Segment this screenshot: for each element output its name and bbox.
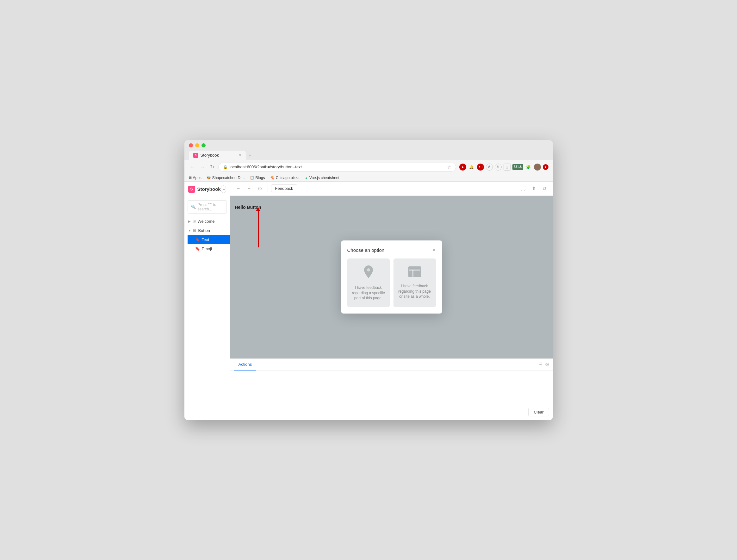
user-avatar[interactable] bbox=[534, 164, 541, 171]
toolbar-icon-red2[interactable]: ● bbox=[543, 164, 548, 170]
sidebar-item-text[interactable]: 🔖 Text bbox=[188, 235, 230, 244]
sidebar-menu-button[interactable]: ··· bbox=[221, 185, 226, 193]
toolbar-icon-counter[interactable]: 531.8 bbox=[512, 164, 523, 170]
toolbar-icon-tag[interactable]: 🏷 bbox=[477, 164, 484, 171]
bottom-tabs: Actions ⊟ ⊗ bbox=[230, 359, 553, 370]
tabs-row: S Storybook × + bbox=[189, 151, 548, 160]
bookmark-pizza-label: Chicago pizza bbox=[276, 176, 300, 180]
panel-close-icon[interactable]: ⊗ bbox=[545, 361, 549, 367]
zoom-in-button[interactable]: + bbox=[245, 184, 254, 193]
button-subnav: 🔖 Text 🔖 Emoji bbox=[184, 235, 230, 253]
bottom-content bbox=[230, 370, 553, 420]
shapecatcher-icon: 🐝 bbox=[207, 176, 211, 180]
zoom-fit-button[interactable]: ⊙ bbox=[256, 184, 265, 193]
sidebar-item-text-label: Text bbox=[202, 237, 209, 242]
modal-option-specific[interactable]: I have feedback regarding a specific par… bbox=[347, 258, 390, 307]
toolbar-separator bbox=[268, 185, 268, 192]
sidebar-item-emoji[interactable]: 🔖 Emoji bbox=[188, 244, 230, 253]
fullscreen-button[interactable]: ⛶ bbox=[519, 184, 528, 193]
bookmark-shapecatcher-label: Shapecatcher: Dr... bbox=[212, 176, 245, 180]
modal-close-button[interactable]: × bbox=[432, 247, 436, 253]
url-text: localhost:6006/?path=/story/button--text bbox=[230, 165, 445, 169]
browser-window: S Storybook × + ← → ↻ 🔒 localhost:6006/?… bbox=[184, 140, 553, 420]
button-icon: ⊞ bbox=[193, 228, 196, 233]
title-bar: S Storybook × + bbox=[184, 140, 553, 160]
svg-rect-2 bbox=[409, 267, 421, 270]
pizza-icon: 🍕 bbox=[270, 176, 275, 180]
sidebar-header: S Storybook ··· bbox=[184, 182, 230, 197]
svg-point-0 bbox=[367, 268, 370, 271]
zoom-out-button[interactable]: − bbox=[234, 184, 243, 193]
modal-header: Choose an option × bbox=[347, 247, 436, 253]
apps-icon: ⊞ bbox=[189, 176, 192, 180]
toolbar-icon-grid[interactable]: ⊞ bbox=[503, 164, 510, 171]
text-story-icon: 🔖 bbox=[195, 237, 200, 242]
clear-button[interactable]: Clear bbox=[528, 408, 549, 416]
storybook-logo-text: Storybook bbox=[197, 186, 221, 192]
search-box[interactable]: 🔍 Press "/" to search... bbox=[188, 200, 227, 214]
toolbar-icon-info[interactable]: ℹ bbox=[495, 164, 502, 171]
preview-toolbar-right: ⛶ ⬆ ⧉ bbox=[519, 184, 549, 193]
sidebar-logo: S Storybook bbox=[188, 186, 221, 193]
back-button[interactable]: ← bbox=[189, 163, 196, 171]
button-toggle-icon: ▼ bbox=[188, 229, 191, 232]
vuejs-icon: ▲ bbox=[305, 176, 308, 180]
bookmark-blogs-label: Blogs bbox=[256, 176, 265, 180]
main-content: S Storybook ··· 🔍 Press "/" to search...… bbox=[184, 182, 553, 420]
modal-option-whole[interactable]: I have feedback regarding this page or s… bbox=[393, 258, 436, 307]
toolbar-icon-puzzle[interactable]: 🧩 bbox=[525, 164, 532, 171]
page-layout-icon bbox=[408, 266, 421, 280]
traffic-lights bbox=[189, 143, 548, 147]
url-bar[interactable]: 🔒 localhost:6006/?path=/story/button--te… bbox=[218, 163, 456, 171]
forward-button[interactable]: → bbox=[199, 163, 206, 171]
sidebar-item-welcome[interactable]: ▶ ⊞ Welcome bbox=[184, 217, 230, 226]
welcome-icon: ⊞ bbox=[193, 219, 196, 223]
traffic-light-maximize[interactable] bbox=[202, 143, 206, 147]
expand-button[interactable]: ⧉ bbox=[540, 184, 549, 193]
modal-overlay: Choose an option × bbox=[230, 196, 553, 358]
modal-title: Choose an option bbox=[347, 247, 384, 253]
preview-area: − + ⊙ Feedback ⛶ ⬆ ⧉ Hello Button bbox=[230, 182, 553, 420]
location-pin-icon bbox=[363, 265, 374, 281]
tab-title: Storybook bbox=[201, 153, 219, 158]
toolbar-icon-bell[interactable]: 🔔 bbox=[468, 164, 475, 171]
reload-button[interactable]: ↻ bbox=[209, 163, 215, 171]
tab-favicon: S bbox=[193, 153, 198, 158]
sidebar-item-button[interactable]: ▼ ⊞ Button bbox=[184, 226, 230, 235]
search-placeholder: Press "/" to search... bbox=[198, 202, 223, 211]
sidebar-item-welcome-label: Welcome bbox=[198, 219, 215, 224]
browser-tab-storybook[interactable]: S Storybook × bbox=[189, 151, 246, 160]
bookmark-chicago-pizza[interactable]: 🍕 Chicago pizza bbox=[270, 176, 300, 180]
address-bar: ← → ↻ 🔒 localhost:6006/?path=/story/butt… bbox=[184, 160, 553, 174]
bookmarks-bar: ⊞ Apps 🐝 Shapecatcher: Dr... 📋 Blogs 🍕 C… bbox=[184, 174, 553, 182]
url-lock-icon: 🔒 bbox=[223, 165, 228, 169]
svg-rect-4 bbox=[413, 271, 421, 277]
tab-actions[interactable]: Actions bbox=[234, 359, 257, 370]
sidebar: S Storybook ··· 🔍 Press "/" to search...… bbox=[184, 182, 230, 420]
modal-option-whole-text: I have feedback regarding this page or s… bbox=[397, 283, 432, 299]
blogs-icon: 📋 bbox=[250, 176, 254, 180]
toolbar-icon-a[interactable]: A bbox=[486, 164, 493, 171]
tab-close-button[interactable]: × bbox=[239, 153, 241, 158]
sidebar-item-button-label: Button bbox=[198, 228, 210, 233]
feedback-badge[interactable]: Feedback bbox=[271, 184, 297, 192]
bookmark-star-icon[interactable]: ☆ bbox=[447, 165, 451, 170]
bookmark-blogs[interactable]: 📋 Blogs bbox=[250, 176, 265, 180]
share-button[interactable]: ⬆ bbox=[529, 184, 538, 193]
panel-grid-icon[interactable]: ⊟ bbox=[538, 361, 542, 367]
bookmark-shapecatcher[interactable]: 🐝 Shapecatcher: Dr... bbox=[207, 176, 245, 180]
bottom-panel-wrapper: Actions ⊟ ⊗ Clear bbox=[230, 358, 553, 420]
bookmark-vuejs[interactable]: ▲ Vue.js cheatsheet bbox=[305, 176, 340, 180]
new-tab-button[interactable]: + bbox=[246, 151, 255, 160]
bookmark-vuejs-label: Vue.js cheatsheet bbox=[309, 176, 340, 180]
toolbar-icon-red1[interactable]: ● bbox=[459, 164, 466, 171]
toolbar-icons: ● 🔔 🏷 A ℹ ⊞ 531.8 🧩 ● bbox=[459, 164, 548, 171]
traffic-light-close[interactable] bbox=[189, 143, 193, 147]
preview-toolbar: − + ⊙ Feedback ⛶ ⬆ ⧉ bbox=[230, 182, 553, 196]
bookmark-apps[interactable]: ⊞ Apps bbox=[189, 176, 202, 180]
preview-canvas: Hello Button Choose an option × bbox=[230, 196, 553, 358]
welcome-toggle-icon: ▶ bbox=[188, 220, 191, 223]
traffic-light-minimize[interactable] bbox=[195, 143, 199, 147]
sidebar-item-emoji-label: Emoji bbox=[202, 246, 212, 251]
modal-option-specific-text: I have feedback regarding a specific par… bbox=[351, 285, 386, 301]
